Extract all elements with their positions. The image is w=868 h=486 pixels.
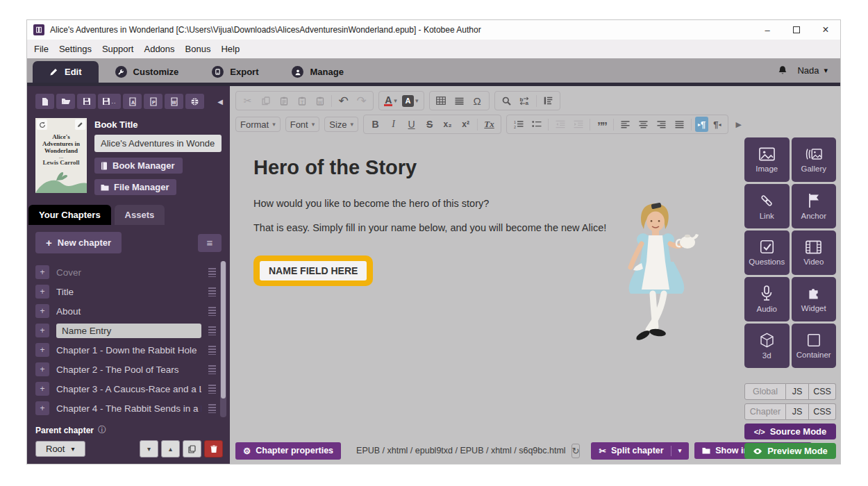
menu-item[interactable]: Bonus — [185, 44, 211, 54]
insert-3d-button[interactable]: 3d — [744, 324, 790, 368]
insert-widget-button[interactable]: Widget — [792, 277, 837, 321]
add-subchapter-button[interactable]: + — [35, 382, 49, 396]
special-character-button[interactable]: Ω — [469, 93, 485, 108]
chapter-row[interactable]: + Title — [35, 282, 216, 301]
tab-manage[interactable]: Manage — [275, 61, 360, 83]
subscript-button[interactable]: x₂ — [440, 117, 456, 132]
redo-button[interactable]: ↷ — [353, 93, 369, 108]
drag-handle[interactable] — [208, 404, 216, 413]
cut-button[interactable]: ✂ — [240, 93, 256, 108]
add-subchapter-button[interactable]: + — [35, 343, 49, 357]
publish-web-button[interactable] — [185, 94, 204, 109]
chapter-row[interactable]: + About — [35, 301, 216, 321]
insert-gallery-button[interactable]: Gallery — [792, 137, 837, 182]
chapter-row[interactable]: + Chapter 1 - Down the Rabbit Hole — [35, 340, 216, 360]
chapter-row[interactable]: + Chapter 2 - The Pool of Tears — [35, 360, 216, 379]
parent-chapter-dropdown[interactable]: Root ▾ — [35, 441, 85, 457]
insert-audio-button[interactable]: Audio — [744, 277, 790, 321]
add-subchapter-button[interactable]: + — [35, 401, 49, 415]
preview-mode-button[interactable]: Preview Mode — [744, 443, 836, 459]
decrease-indent-button[interactable] — [552, 117, 568, 132]
background-color-button[interactable]: A ▾ — [401, 93, 420, 108]
chevron-down-icon[interactable]: ▾ — [678, 447, 682, 454]
replace-button[interactable]: ba — [517, 93, 533, 108]
save-button[interactable] — [77, 94, 96, 109]
duplicate-chapter-button[interactable] — [183, 440, 201, 458]
user-menu[interactable]: Nada ▾ — [797, 65, 828, 76]
insert-table-button[interactable] — [433, 93, 449, 108]
close-button[interactable]: × — [811, 20, 840, 40]
menu-item[interactable]: Help — [221, 44, 240, 54]
insert-image-button[interactable]: Image — [744, 137, 790, 182]
tab-customize[interactable]: Customize — [99, 61, 196, 83]
paste-button[interactable] — [276, 93, 292, 108]
align-right-button[interactable] — [653, 117, 669, 132]
chapter-list-menu-button[interactable]: ≡ — [198, 234, 222, 252]
open-book-button[interactable] — [56, 94, 75, 109]
insert-anchor-button[interactable]: Anchor — [792, 184, 837, 228]
superscript-button[interactable]: x² — [458, 117, 474, 132]
toolbar-expand-icon[interactable]: ▶ — [736, 120, 742, 129]
add-subchapter-button[interactable]: + — [35, 304, 49, 318]
minimize-button[interactable]: – — [753, 20, 782, 40]
insert-questions-button[interactable]: Questions — [744, 231, 790, 275]
paste-as-text-button[interactable]: T — [294, 93, 310, 108]
chapter-row[interactable]: + Chapter 5 - Advice from a Caterpillar — [35, 418, 216, 420]
info-icon[interactable]: ⓘ — [98, 424, 106, 436]
tab-assets[interactable]: Assets — [115, 205, 165, 225]
refresh-path-button[interactable]: ↻ — [571, 444, 581, 458]
edit-cover-icon[interactable] — [75, 119, 85, 130]
drag-handle[interactable] — [208, 307, 216, 316]
global-js-button[interactable]: JS — [786, 383, 809, 400]
add-subchapter-button[interactable]: + — [35, 285, 49, 299]
tab-your-chapters[interactable]: Your Chapters — [28, 205, 111, 225]
text-color-button[interactable]: A ▾ — [383, 93, 399, 108]
bullet-list-button[interactable] — [528, 117, 544, 132]
move-chapter-down-button[interactable]: ▾ — [140, 440, 158, 458]
menu-item[interactable]: Settings — [59, 44, 92, 54]
align-justify-button[interactable] — [671, 117, 687, 132]
drag-handle[interactable] — [208, 346, 216, 355]
chapter-properties-button[interactable]: ⚙ Chapter properties — [235, 442, 341, 460]
text-direction-rtl-button[interactable]: ¶ ◂ — [710, 117, 724, 132]
new-book-button[interactable] — [35, 94, 54, 109]
chapter-row[interactable]: + Chapter 4 - The Rabbit Sends in a Litt… — [35, 399, 216, 418]
menu-item[interactable]: File — [34, 44, 49, 54]
notifications-bell-icon[interactable] — [778, 65, 787, 76]
size-dropdown[interactable]: Size ▾ — [324, 117, 358, 132]
delete-chapter-button[interactable] — [204, 440, 223, 458]
add-subchapter-button[interactable]: + — [35, 362, 49, 376]
menu-item[interactable]: Addons — [144, 44, 174, 54]
strikethrough-button[interactable]: S — [422, 117, 437, 132]
drag-handle[interactable] — [208, 385, 216, 394]
blockquote-button[interactable]: ”” — [594, 117, 610, 132]
split-chapter-button[interactable]: ✂ Split chapter ▾ — [591, 442, 689, 460]
maximize-button[interactable] — [782, 20, 811, 40]
paste-from-word-button[interactable]: W — [312, 93, 328, 108]
move-chapter-up-button[interactable]: ▴ — [161, 440, 180, 458]
chapter-row[interactable]: + Name Entry — [35, 321, 216, 340]
export-word-button[interactable]: W — [165, 94, 183, 109]
drag-handle[interactable] — [208, 326, 216, 335]
insert-video-button[interactable]: Video — [792, 231, 837, 275]
tab-export[interactable]: Export — [195, 61, 275, 83]
underline-button[interactable]: U — [403, 117, 419, 132]
document-content[interactable]: Hero of the Story How would you like to … — [230, 138, 742, 442]
export-pdf-button[interactable]: A — [123, 94, 142, 109]
drag-handle[interactable] — [208, 268, 216, 277]
text-direction-ltr-button[interactable]: ▸ ¶ — [695, 117, 708, 132]
export-powerpoint-button[interactable]: P — [144, 94, 162, 109]
add-subchapter-button[interactable]: + — [35, 265, 49, 279]
drag-handle[interactable] — [208, 287, 216, 296]
global-css-button[interactable]: CSS — [809, 383, 836, 400]
numbered-list-button[interactable]: 12 — [510, 117, 526, 132]
menu-item[interactable]: Support — [102, 44, 134, 54]
italic-button[interactable]: I — [385, 117, 401, 132]
copy-button[interactable] — [258, 93, 274, 108]
add-subchapter-button[interactable]: + — [35, 324, 49, 337]
book-manager-button[interactable]: Book Manager — [94, 158, 183, 174]
save-as-button[interactable]: .. — [98, 94, 121, 109]
font-dropdown[interactable]: Font ▾ — [285, 117, 320, 132]
bold-button[interactable]: B — [367, 117, 383, 132]
chapter-css-button[interactable]: CSS — [809, 403, 836, 420]
